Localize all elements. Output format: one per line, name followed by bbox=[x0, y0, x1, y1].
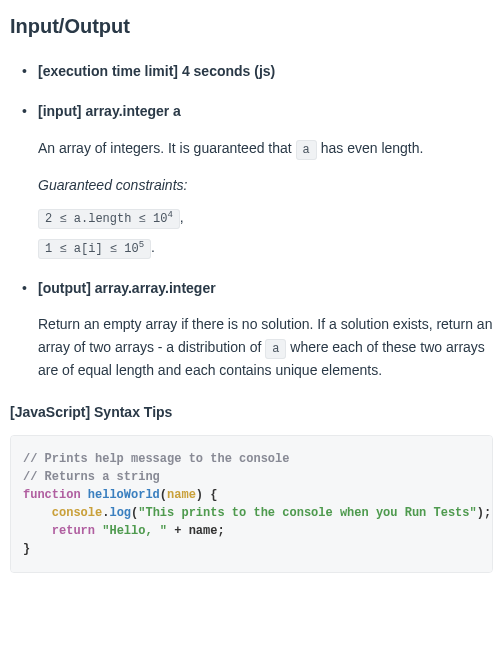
constraint-1-code: 2 ≤ a.length ≤ 104 bbox=[38, 209, 180, 229]
code-paren-open: ( bbox=[160, 488, 167, 502]
constraint-2-code: 1 ≤ a[i] ≤ 105 bbox=[38, 239, 151, 259]
code-block: // Prints help message to the console //… bbox=[10, 435, 493, 573]
io-item-time-limit: [execution time limit] 4 seconds (js) bbox=[38, 60, 493, 82]
constraint-2-base: 1 ≤ a[i] ≤ 10 bbox=[45, 242, 139, 256]
io-header-output: [output] array.array.integer bbox=[38, 277, 493, 299]
code-comment-1: // Prints help message to the console bbox=[23, 452, 289, 466]
output-description: Return an empty array if there is no sol… bbox=[38, 313, 493, 381]
code-param: name bbox=[167, 488, 196, 502]
input-desc-before: An array of integers. It is guaranteed t… bbox=[38, 140, 296, 156]
constraint-1-suffix: , bbox=[180, 209, 184, 225]
syntax-tips-heading: [JavaScript] Syntax Tips bbox=[10, 401, 493, 423]
constraint-line-1: 2 ≤ a.length ≤ 104, bbox=[38, 206, 493, 229]
code-comment-2: // Returns a string bbox=[23, 470, 160, 484]
io-header-input: [input] array.integer a bbox=[38, 100, 493, 122]
constraint-1-sup: 4 bbox=[167, 210, 172, 220]
code-method-log: log bbox=[109, 506, 131, 520]
constraint-2-suffix: . bbox=[151, 239, 155, 255]
inline-code-a-out: a bbox=[265, 339, 286, 359]
constraints-label: Guaranteed constraints: bbox=[38, 174, 493, 196]
io-item-output: [output] array.array.integer Return an e… bbox=[38, 277, 493, 381]
code-indent-2 bbox=[23, 524, 52, 538]
code-paren-close-brace: ) { bbox=[196, 488, 218, 502]
code-obj-console: console bbox=[52, 506, 102, 520]
code-indent-1 bbox=[23, 506, 52, 520]
section-heading: Input/Output bbox=[10, 10, 493, 42]
code-close-brace: } bbox=[23, 542, 30, 556]
constraint-line-2: 1 ≤ a[i] ≤ 105. bbox=[38, 236, 493, 259]
code-fn-name: helloWorld bbox=[88, 488, 160, 502]
io-header-time-limit: [execution time limit] 4 seconds (js) bbox=[38, 60, 493, 82]
inline-code-a: a bbox=[296, 140, 317, 160]
constraint-1-base: 2 ≤ a.length ≤ 10 bbox=[45, 212, 167, 226]
code-string-2: "Hello, " bbox=[102, 524, 167, 538]
code-call-close: ); bbox=[477, 506, 491, 520]
code-kw-function: function bbox=[23, 488, 81, 502]
io-list: [execution time limit] 4 seconds (js) [i… bbox=[10, 60, 493, 381]
constraint-2-sup: 5 bbox=[139, 240, 144, 250]
input-desc-after: has even length. bbox=[317, 140, 424, 156]
code-plus-name: + name; bbox=[167, 524, 225, 538]
code-kw-return: return bbox=[52, 524, 95, 538]
io-item-input: [input] array.integer a An array of inte… bbox=[38, 100, 493, 258]
input-description: An array of integers. It is guaranteed t… bbox=[38, 137, 493, 160]
code-string-1: "This prints to the console when you Run… bbox=[138, 506, 476, 520]
